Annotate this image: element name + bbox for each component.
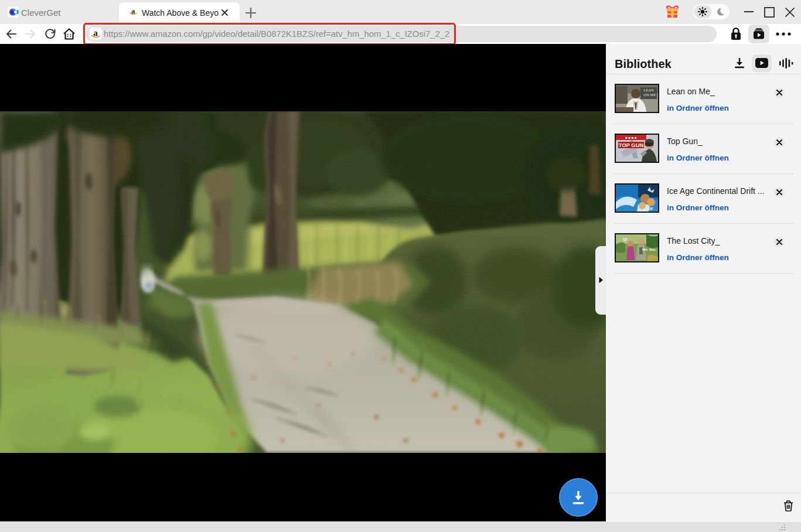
svg-text:Mit. Mat.: Mit. Mat. [642, 248, 656, 251]
svg-text:■ ■ ■ ■: ■ ■ ■ ■ [625, 136, 637, 139]
svg-text:ON ME: ON ME [644, 93, 656, 97]
svg-text:TOP GUN: TOP GUN [619, 142, 644, 148]
svg-text:LEAN: LEAN [643, 88, 654, 92]
svg-text:▲RIF: ▲RIF [643, 207, 654, 211]
